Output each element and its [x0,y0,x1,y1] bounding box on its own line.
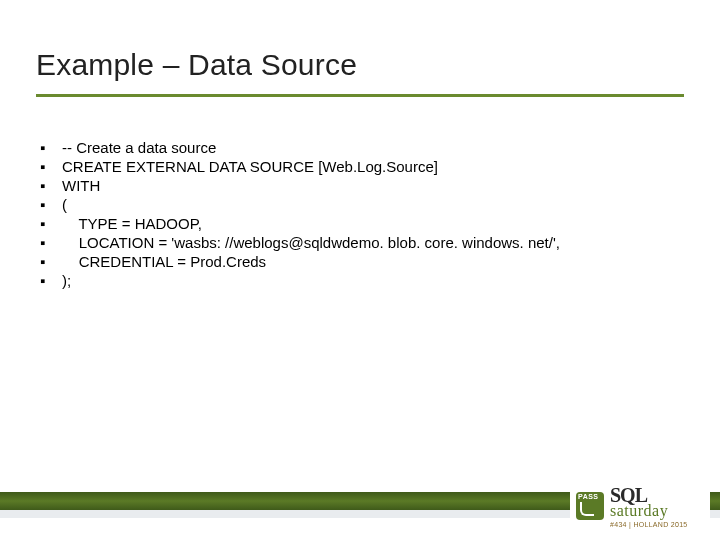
footer: SQL saturday #434 | HOLLAND 2015 [0,472,720,540]
bullet-icon: ▪ [40,196,62,213]
slide: Example – Data Source ▪ -- Create a data… [0,0,720,540]
code-fragment: CREDENTIAL [62,253,177,270]
bullet-icon: ▪ [40,234,62,251]
code-text: CREDENTIAL = Prod.Creds [62,253,266,270]
code-fragment: = [122,215,131,232]
code-line: ▪ -- Create a data source [40,139,684,156]
code-fragment: HADOOP, [131,215,202,232]
code-text: ( [62,196,67,213]
bullet-icon: ▪ [40,139,62,156]
code-line: ▪ ); [40,272,684,289]
code-line: ▪ ( [40,196,684,213]
code-line: ▪ CREDENTIAL = Prod.Creds [40,253,684,270]
logo-sub: #434 | HOLLAND 2015 [610,521,688,528]
bullet-icon: ▪ [40,158,62,175]
bullet-icon: ▪ [40,177,62,194]
logo-text: SQL saturday #434 | HOLLAND 2015 [610,485,688,528]
code-text: WITH [62,177,100,194]
bullet-icon: ▪ [40,253,62,270]
code-block: ▪ -- Create a data source ▪ CREATE EXTER… [36,139,684,289]
code-line: ▪ LOCATION = 'wasbs: //weblogs@sqldwdemo… [40,234,684,251]
code-line: ▪ WITH [40,177,684,194]
code-fragment: TYPE [62,215,122,232]
code-fragment: , [556,234,560,251]
code-fragment: = [177,253,186,270]
code-text: CREATE EXTERNAL DATA SOURCE [Web.Log.Sou… [62,158,438,175]
code-fragment: = [158,234,167,251]
logo-line2: saturday [610,503,688,519]
slide-title: Example – Data Source [36,48,684,97]
code-text: LOCATION = 'wasbs: //weblogs@sqldwdemo. … [62,234,560,251]
code-line: ▪ TYPE = HADOOP, [40,215,684,232]
sqlsaturday-logo: SQL saturday #434 | HOLLAND 2015 [570,478,710,534]
code-text: -- Create a data source [62,139,216,156]
code-text: TYPE = HADOOP, [62,215,202,232]
pass-badge-icon [576,492,604,520]
code-string: 'wasbs: //weblogs@sqldwdemo. blob. core.… [171,234,555,251]
bullet-icon: ▪ [40,272,62,289]
code-fragment: Prod.Creds [186,253,266,270]
code-fragment: LOCATION [62,234,158,251]
bullet-icon: ▪ [40,215,62,232]
code-text: ); [62,272,71,289]
code-line: ▪ CREATE EXTERNAL DATA SOURCE [Web.Log.S… [40,158,684,175]
